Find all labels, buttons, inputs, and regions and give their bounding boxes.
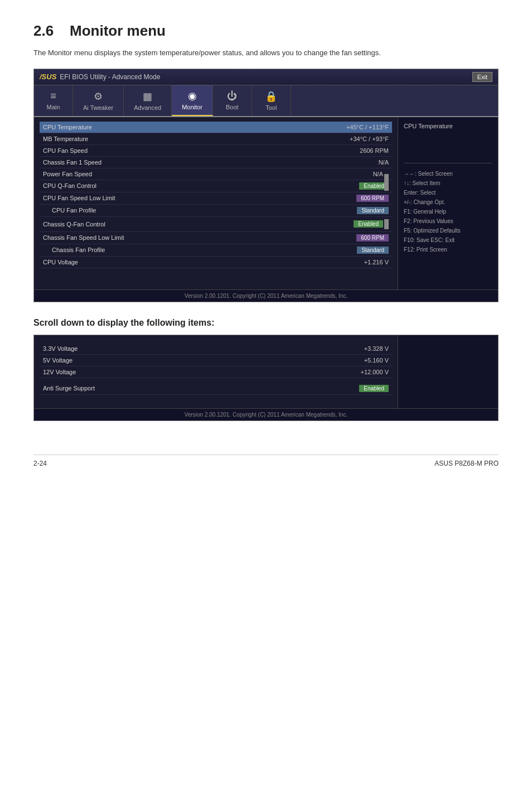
- bios-window-scroll: 3.3V Voltage +3.328 V 5V Voltage +5.160 …: [33, 335, 499, 421]
- bios-scroll-right: [398, 335, 498, 408]
- hint-enter: Enter: Select: [404, 188, 492, 197]
- hint-f10: F10: Save ESC: Exit: [404, 235, 492, 245]
- monitor-icon: ◉: [188, 90, 197, 102]
- bios-key-hints: →←: Select Screen ↑↓: Select Item Enter:…: [404, 169, 492, 254]
- row-cpu-fan-speed[interactable]: CPU Fan Speed 2606 RPM: [40, 145, 392, 157]
- bios-scroll-left: 3.3V Voltage +3.328 V 5V Voltage +5.160 …: [34, 335, 398, 408]
- boot-icon: ⏻: [227, 90, 237, 102]
- value-cpu-voltage: +1.216 V: [364, 259, 389, 265]
- section-title: 2.6 Monitor menu: [33, 22, 499, 40]
- nav-item-monitor[interactable]: ◉ Monitor: [172, 85, 213, 116]
- scrollbar-thumb: [384, 174, 389, 191]
- value-chassis-qfan-control: Enabled: [354, 220, 383, 228]
- bios-footer-scroll: Version 2.00.1201. Copyright (C) 2011 Am…: [34, 408, 498, 421]
- label-cpu-fan-speed: CPU Fan Speed: [43, 147, 360, 154]
- label-chassis-qfan-control: Chassis Q-Fan Control: [43, 221, 354, 228]
- value-cpu-fan-profile: Standard: [357, 207, 389, 214]
- row-chassis-fan-profile[interactable]: Chassis Fan Profile Standard: [40, 244, 392, 257]
- label-power-fan-speed: Power Fan Speed: [43, 171, 373, 177]
- row-cpu-temperature[interactable]: CPU Temperature +45°C / +113°F: [40, 122, 392, 133]
- bios-right-info: CPU Temperature: [404, 123, 492, 163]
- nav-label-advanced: Advanced: [134, 104, 161, 111]
- main-icon: ≡: [50, 90, 56, 102]
- nav-item-boot[interactable]: ⏻ Boot: [213, 85, 252, 116]
- value-12v-voltage: +12.000 V: [361, 369, 389, 375]
- nav-item-main[interactable]: ≡ Main: [34, 85, 73, 116]
- label-chassis-fan-profile: Chassis Fan Profile: [43, 247, 357, 253]
- row-cpu-fan-profile[interactable]: CPU Fan Profile Standard: [40, 205, 392, 217]
- nav-item-advanced[interactable]: ▦ Advanced: [124, 85, 172, 116]
- row-anti-surge-support[interactable]: Anti Surge Support Enabled: [40, 383, 392, 395]
- value-anti-surge-support: Enabled: [359, 385, 389, 392]
- row-12v-voltage[interactable]: 12V Voltage +12.000 V: [40, 366, 392, 378]
- value-power-fan-speed: N/A: [373, 171, 383, 177]
- row-5v-voltage[interactable]: 5V Voltage +5.160 V: [40, 355, 392, 366]
- label-chassis-fan-speed-low-limit: Chassis Fan Speed Low Limit: [43, 234, 356, 241]
- section-header: 2.6 Monitor menu The Monitor menu displa…: [33, 22, 499, 59]
- page-footer: 2-24 ASUS P8Z68-M PRO: [33, 455, 499, 467]
- row-power-fan-speed[interactable]: Power Fan Speed N/A: [40, 168, 392, 180]
- row-chassis-fan-1-speed[interactable]: Chassis Fan 1 Speed N/A: [40, 157, 392, 168]
- nav-label-boot: Boot: [226, 104, 239, 110]
- footer-page-number: 2-24: [33, 460, 47, 467]
- label-cpu-fan-speed-low-limit: CPU Fan Speed Low Limit: [43, 195, 356, 201]
- bios-title-text: EFI BIOS Utility - Advanced Mode: [60, 73, 160, 81]
- row-chassis-qfan-control[interactable]: Chassis Q-Fan Control Enabled: [40, 217, 392, 232]
- value-chassis-fan-speed-low-limit: 600 RPM: [356, 234, 389, 241]
- hint-f1: F1: General Help: [404, 207, 492, 216]
- value-5v-voltage: +5.160 V: [364, 357, 389, 364]
- right-panel-title: CPU Temperature: [404, 123, 492, 129]
- page-title: Monitor menu: [70, 22, 166, 39]
- row-mb-temperature[interactable]: MB Temperature +34°C / +93°F: [40, 133, 392, 145]
- value-cpu-temperature: +45°C / +113°F: [346, 124, 389, 131]
- bios-content: CPU Temperature +45°C / +113°F MB Temper…: [34, 117, 498, 289]
- tool-icon: 🔒: [265, 90, 277, 103]
- bios-window-main: /SUS EFI BIOS Utility - Advanced Mode Ex…: [33, 69, 499, 302]
- label-cpu-qfan-control: CPU Q-Fan Control: [43, 182, 359, 189]
- label-anti-surge-support: Anti Surge Support: [43, 385, 359, 392]
- nav-item-tool[interactable]: 🔒 Tool: [252, 85, 291, 116]
- hint-select-item: ↑↓: Select Item: [404, 178, 492, 188]
- value-mb-temperature: +34°C / +93°F: [350, 136, 389, 142]
- nav-label-monitor: Monitor: [182, 104, 202, 110]
- hint-f2: F2: Previous Values: [404, 216, 492, 226]
- row-cpu-fan-speed-low-limit[interactable]: CPU Fan Speed Low Limit 600 RPM: [40, 192, 392, 205]
- bios-scroll-content: 3.3V Voltage +3.328 V 5V Voltage +5.160 …: [34, 335, 498, 408]
- bios-right-panel: CPU Temperature →←: Select Screen ↑↓: Se…: [398, 117, 498, 289]
- hint-f12: F12: Print Screen: [404, 245, 492, 254]
- label-mb-temperature: MB Temperature: [43, 136, 350, 142]
- value-cpu-fan-speed-low-limit: 600 RPM: [356, 195, 389, 202]
- asus-logo: /SUS: [40, 73, 56, 81]
- bios-titlebar: /SUS EFI BIOS Utility - Advanced Mode Ex…: [34, 69, 498, 85]
- bios-nav: ≡ Main ⚙ Ai Tweaker ▦ Advanced ◉ Monitor…: [34, 85, 498, 117]
- row-cpu-voltage[interactable]: CPU Voltage +1.216 V: [40, 257, 392, 268]
- value-3v3-voltage: +3.328 V: [364, 345, 389, 352]
- row-3v3-voltage[interactable]: 3.3V Voltage +3.328 V: [40, 343, 392, 355]
- row-cpu-qfan-control[interactable]: CPU Q-Fan Control Enabled: [40, 180, 392, 192]
- label-cpu-temperature: CPU Temperature: [43, 124, 346, 131]
- label-5v-voltage: 5V Voltage: [43, 357, 364, 364]
- ai-tweaker-icon: ⚙: [94, 90, 103, 103]
- label-3v3-voltage: 3.3V Voltage: [43, 345, 364, 352]
- section-number: 2.6: [33, 22, 54, 39]
- bios-spacer: [40, 268, 392, 285]
- bios-left-panel: CPU Temperature +45°C / +113°F MB Temper…: [34, 117, 398, 289]
- hint-f5: F5: Optimized Defaults: [404, 226, 492, 235]
- nav-label-ai-tweaker: Ai Tweaker: [83, 104, 113, 111]
- scroll-section-title: Scroll down to display the following ite…: [33, 318, 499, 328]
- nav-label-main: Main: [47, 104, 60, 110]
- hint-select-screen: →←: Select Screen: [404, 169, 492, 178]
- value-cpu-fan-speed: 2606 RPM: [360, 147, 389, 154]
- nav-item-ai-tweaker[interactable]: ⚙ Ai Tweaker: [73, 85, 124, 116]
- nav-label-tool: Tool: [265, 104, 277, 111]
- label-cpu-voltage: CPU Voltage: [43, 259, 364, 265]
- row-chassis-fan-speed-low-limit[interactable]: Chassis Fan Speed Low Limit 600 RPM: [40, 232, 392, 244]
- advanced-icon: ▦: [143, 90, 152, 103]
- label-cpu-fan-profile: CPU Fan Profile: [43, 207, 357, 214]
- footer-product-name: ASUS P8Z68-M PRO: [434, 460, 499, 467]
- value-chassis-fan-profile: Standard: [357, 247, 389, 254]
- section-description: The Monitor menu displays the system tem…: [33, 47, 499, 59]
- bios-exit-button[interactable]: Exit: [472, 72, 492, 82]
- label-12v-voltage: 12V Voltage: [43, 369, 361, 375]
- bios-footer-main: Version 2.00.1201. Copyright (C) 2011 Am…: [34, 289, 498, 302]
